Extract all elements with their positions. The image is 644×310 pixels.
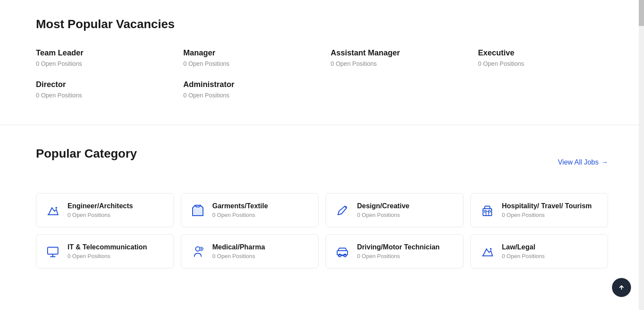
vacancy-count-director: 0 Open Positions bbox=[36, 92, 166, 99]
category-count-medical: 0 Open Positions bbox=[213, 253, 265, 259]
svg-rect-5 bbox=[484, 210, 486, 212]
svg-point-18 bbox=[490, 248, 492, 250]
view-all-arrow-icon: → bbox=[601, 158, 608, 166]
categories-grid: Engineer/Architects 0 Open Positions Gar… bbox=[36, 193, 608, 268]
vacancy-item-assistant-manager: Assistant Manager 0 Open Positions bbox=[331, 48, 461, 67]
category-name-engineer: Engineer/Architects bbox=[68, 202, 133, 210]
back-to-top-button[interactable] bbox=[612, 278, 631, 297]
category-section-header: Popular Category View All Jobs → bbox=[36, 147, 608, 178]
engineer-icon bbox=[45, 203, 61, 217]
category-count-design: 0 Open Positions bbox=[357, 212, 409, 218]
law-icon bbox=[480, 245, 495, 258]
category-info-law: Law/Legal 0 Open Positions bbox=[502, 243, 545, 259]
scrollbar[interactable] bbox=[639, 0, 644, 310]
category-card-law[interactable]: Law/Legal 0 Open Positions bbox=[470, 234, 609, 268]
svg-rect-7 bbox=[48, 247, 58, 254]
category-name-driving: Driving/Motor Technician bbox=[357, 243, 440, 251]
vacancy-count-administrator: 0 Open Positions bbox=[184, 92, 314, 99]
svg-rect-6 bbox=[489, 210, 490, 212]
vacancy-item-administrator: Administrator 0 Open Positions bbox=[184, 80, 314, 99]
category-name-hospitality: Hospitality/ Travel/ Tourism bbox=[502, 202, 592, 210]
view-all-label: View All Jobs bbox=[558, 158, 599, 166]
category-count-garments: 0 Open Positions bbox=[213, 212, 268, 218]
svg-rect-4 bbox=[486, 211, 489, 216]
hospitality-icon bbox=[480, 203, 495, 217]
garments-icon bbox=[190, 203, 206, 217]
category-info-it: IT & Telecommunication 0 Open Positions bbox=[68, 243, 147, 259]
scrollbar-thumb[interactable] bbox=[639, 0, 644, 26]
category-card-garments[interactable]: Garments/Textile 0 Open Positions bbox=[181, 193, 319, 227]
popular-category-section: Popular Category View All Jobs → Enginee… bbox=[0, 125, 644, 286]
category-card-design[interactable]: Design/Creative 0 Open Positions bbox=[325, 193, 464, 227]
popular-vacancies-title: Most Popular Vacancies bbox=[36, 17, 608, 31]
category-info-driving: Driving/Motor Technician 0 Open Position… bbox=[357, 243, 440, 259]
vacancy-item-manager: Manager 0 Open Positions bbox=[184, 48, 314, 67]
category-count-law: 0 Open Positions bbox=[502, 253, 545, 259]
category-count-hospitality: 0 Open Positions bbox=[502, 212, 592, 218]
vacancy-title-executive[interactable]: Executive bbox=[478, 48, 609, 58]
category-card-engineer[interactable]: Engineer/Architects 0 Open Positions bbox=[36, 193, 174, 227]
vacancy-title-team-leader[interactable]: Team Leader bbox=[36, 48, 166, 58]
category-count-it: 0 Open Positions bbox=[68, 253, 147, 259]
vacancy-title-administrator[interactable]: Administrator bbox=[184, 80, 314, 89]
vacancy-count-executive: 0 Open Positions bbox=[478, 60, 609, 67]
vacancy-title-assistant-manager[interactable]: Assistant Manager bbox=[331, 48, 461, 58]
design-icon bbox=[335, 203, 350, 217]
popular-category-title: Popular Category bbox=[36, 147, 137, 161]
category-info-medical: Medical/Pharma 0 Open Positions bbox=[213, 243, 265, 259]
category-name-design: Design/Creative bbox=[357, 202, 409, 210]
category-name-garments: Garments/Textile bbox=[213, 202, 268, 210]
category-info-engineer: Engineer/Architects 0 Open Positions bbox=[68, 202, 133, 218]
it-icon bbox=[45, 245, 61, 258]
vacancy-item-director: Director 0 Open Positions bbox=[36, 80, 166, 99]
category-info-hospitality: Hospitality/ Travel/ Tourism 0 Open Posi… bbox=[502, 202, 592, 218]
vacancy-count-assistant-manager: 0 Open Positions bbox=[331, 60, 461, 67]
category-count-engineer: 0 Open Positions bbox=[68, 212, 133, 218]
category-card-medical[interactable]: Medical/Pharma 0 Open Positions bbox=[181, 234, 319, 268]
category-card-driving[interactable]: Driving/Motor Technician 0 Open Position… bbox=[325, 234, 464, 268]
vacancy-item-executive: Executive 0 Open Positions bbox=[478, 48, 609, 67]
svg-point-0 bbox=[55, 207, 57, 209]
category-name-law: Law/Legal bbox=[502, 243, 545, 251]
view-all-jobs-link[interactable]: View All Jobs → bbox=[558, 158, 608, 166]
page-wrapper: Most Popular Vacancies Team Leader 0 Ope… bbox=[0, 0, 644, 286]
vacancies-grid: Team Leader 0 Open Positions Manager 0 O… bbox=[36, 48, 608, 99]
svg-point-2 bbox=[345, 206, 347, 208]
medical-icon bbox=[190, 245, 206, 258]
vacancy-title-director[interactable]: Director bbox=[36, 80, 166, 89]
category-name-medical: Medical/Pharma bbox=[213, 243, 265, 251]
category-card-it[interactable]: IT & Telecommunication 0 Open Positions bbox=[36, 234, 174, 268]
category-name-it: IT & Telecommunication bbox=[68, 243, 147, 251]
category-count-driving: 0 Open Positions bbox=[357, 253, 440, 259]
popular-vacancies-section: Most Popular Vacancies Team Leader 0 Ope… bbox=[0, 0, 644, 125]
vacancy-count-manager: 0 Open Positions bbox=[184, 60, 314, 67]
category-info-garments: Garments/Textile 0 Open Positions bbox=[213, 202, 268, 218]
category-card-hospitality[interactable]: Hospitality/ Travel/ Tourism 0 Open Posi… bbox=[470, 193, 609, 227]
driving-icon bbox=[335, 245, 350, 258]
vacancy-count-team-leader: 0 Open Positions bbox=[36, 60, 166, 67]
category-info-design: Design/Creative 0 Open Positions bbox=[357, 202, 409, 218]
vacancy-title-manager[interactable]: Manager bbox=[184, 48, 314, 58]
vacancy-item-team-leader: Team Leader 0 Open Positions bbox=[36, 48, 166, 67]
